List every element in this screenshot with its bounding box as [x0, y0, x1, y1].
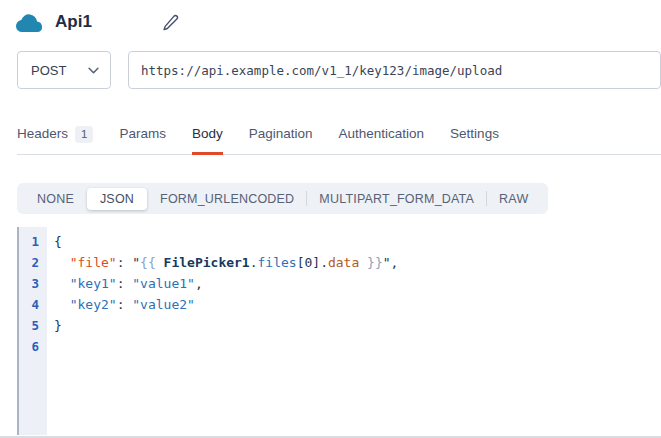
tab-label: Authentication — [339, 126, 425, 141]
code-line[interactable]: } — [54, 315, 661, 336]
code-token — [54, 276, 70, 291]
tab-body[interactable]: Body — [192, 126, 223, 154]
tab-authentication[interactable]: Authentication — [339, 126, 425, 154]
tab-label: Body — [192, 126, 223, 141]
code-line[interactable]: { — [54, 231, 661, 252]
code-token: "file" — [70, 255, 117, 270]
editor-gutter: 123456 — [17, 227, 47, 435]
code-token: : — [117, 297, 133, 312]
code-line[interactable]: "key2": "value2" — [54, 294, 661, 315]
tab-label: Settings — [450, 126, 499, 141]
code-token: { — [54, 234, 62, 249]
code-token: "key2" — [70, 297, 117, 312]
code-token: } — [54, 318, 62, 333]
editor-code-area[interactable]: { "file": "{{ FilePicker1.files[0].data … — [47, 227, 661, 435]
code-token: "value2" — [132, 297, 195, 312]
code-token: , — [195, 276, 203, 291]
tab-params[interactable]: Params — [119, 126, 166, 154]
body-mode-none[interactable]: NONE — [25, 188, 86, 210]
line-number: 4 — [19, 294, 47, 315]
code-token: {{ — [140, 255, 163, 270]
code-token: ", — [383, 255, 399, 270]
code-token: " — [132, 255, 140, 270]
method-label: POST — [31, 63, 66, 78]
tab-count-badge: 1 — [75, 126, 93, 143]
line-number: 2 — [19, 252, 47, 273]
code-line[interactable] — [54, 336, 661, 357]
line-number: 6 — [19, 336, 47, 357]
code-token — [359, 255, 367, 270]
line-number: 3 — [19, 273, 47, 294]
url-input[interactable] — [128, 51, 661, 89]
line-number: 5 — [19, 315, 47, 336]
body-mode-raw[interactable]: RAW — [487, 188, 540, 210]
tab-headers[interactable]: Headers1 — [17, 126, 93, 154]
request-tabs: Headers1ParamsBodyPaginationAuthenticati… — [17, 126, 661, 155]
code-token: "value1" — [132, 276, 195, 291]
code-token: "key1" — [70, 276, 117, 291]
tab-label: Params — [119, 126, 166, 141]
edit-title-button[interactable] — [162, 14, 179, 31]
body-mode-multipart_form_data[interactable]: MULTIPART_FORM_DATA — [307, 188, 486, 210]
code-token: . — [320, 255, 328, 270]
code-line[interactable]: "key1": "value1", — [54, 273, 661, 294]
body-mode-form_urlencoded[interactable]: FORM_URLENCODED — [148, 188, 306, 210]
chevron-down-icon — [88, 67, 99, 74]
request-row: POST — [17, 51, 661, 89]
pencil-icon — [162, 14, 179, 31]
code-token — [54, 297, 70, 312]
tab-label: Headers — [17, 126, 68, 141]
body-mode-selector: NONEJSONFORM_URLENCODEDMULTIPART_FORM_DA… — [17, 183, 548, 214]
code-token: [0] — [297, 255, 320, 270]
json-body-editor[interactable]: 123456 { "file": "{{ FilePicker1.files[0… — [17, 227, 661, 435]
code-token: : — [117, 276, 133, 291]
code-token — [54, 255, 70, 270]
tab-pagination[interactable]: Pagination — [249, 126, 313, 154]
code-token: . — [250, 255, 258, 270]
page-title: Api1 — [55, 12, 92, 32]
code-token: files — [258, 255, 297, 270]
api-header: Api1 — [0, 0, 661, 34]
code-line[interactable]: "file": "{{ FilePicker1.files[0].data }}… — [54, 252, 661, 273]
tab-settings[interactable]: Settings — [450, 126, 499, 154]
code-token: : — [117, 255, 133, 270]
code-token: }} — [367, 255, 383, 270]
body-mode-json[interactable]: JSON — [87, 188, 147, 210]
line-number: 1 — [19, 231, 47, 252]
tab-label: Pagination — [249, 126, 313, 141]
cloud-icon — [14, 11, 45, 34]
code-token: FilePicker1 — [164, 255, 250, 270]
code-token: data — [328, 255, 359, 270]
method-select[interactable]: POST — [17, 51, 111, 89]
